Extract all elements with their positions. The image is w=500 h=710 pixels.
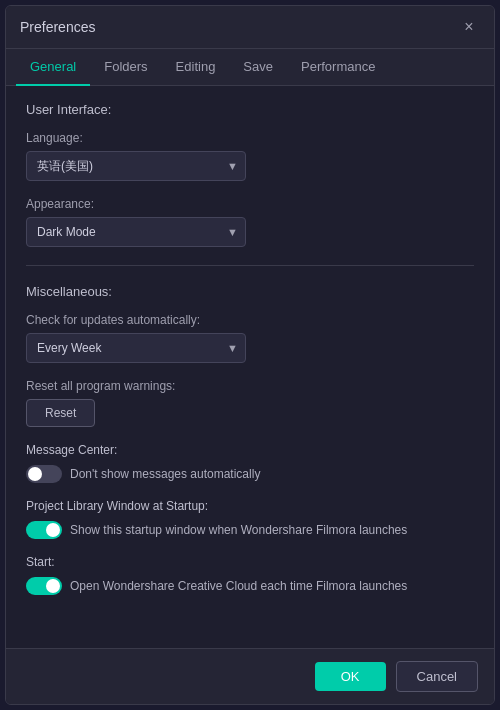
cancel-button[interactable]: Cancel — [396, 661, 478, 692]
start-toggle-row: Open Wondershare Creative Cloud each tim… — [26, 577, 474, 595]
appearance-select-wrapper: Dark Mode Light Mode System Default ▼ — [26, 217, 246, 247]
start-field-group: Start: Open Wondershare Creative Cloud e… — [26, 555, 474, 595]
message-center-field-group: Message Center: Don't show messages auto… — [26, 443, 474, 483]
appearance-select[interactable]: Dark Mode Light Mode System Default — [26, 217, 246, 247]
updates-select[interactable]: Every Week Every Day Every Month Never — [26, 333, 246, 363]
close-button[interactable]: × — [458, 16, 480, 38]
tab-general[interactable]: General — [16, 49, 90, 86]
language-select[interactable]: 英语(美国) 中文(简体) 中文(繁體) 日本語 한국어 — [26, 151, 246, 181]
tab-bar: General Folders Editing Save Performance — [6, 49, 494, 86]
updates-field-group: Check for updates automatically: Every W… — [26, 313, 474, 363]
message-toggle[interactable] — [26, 465, 62, 483]
project-library-toggle-thumb — [46, 523, 60, 537]
footer: OK Cancel — [6, 648, 494, 704]
language-field-group: Language: 英语(美国) 中文(简体) 中文(繁體) 日本語 한국어 ▼ — [26, 131, 474, 181]
reset-field-group: Reset all program warnings: Reset — [26, 379, 474, 427]
start-toggle[interactable] — [26, 577, 62, 595]
reset-button[interactable]: Reset — [26, 399, 95, 427]
tab-save[interactable]: Save — [229, 49, 287, 86]
updates-select-wrapper: Every Week Every Day Every Month Never ▼ — [26, 333, 246, 363]
message-toggle-thumb — [28, 467, 42, 481]
project-library-toggle[interactable] — [26, 521, 62, 539]
message-toggle-label: Don't show messages automatically — [70, 467, 260, 481]
section-divider-1 — [26, 265, 474, 266]
project-library-label: Project Library Window at Startup: — [26, 499, 474, 513]
miscellaneous-section-title: Miscellaneous: — [26, 284, 474, 299]
language-select-wrapper: 英语(美国) 中文(简体) 中文(繁體) 日本語 한국어 ▼ — [26, 151, 246, 181]
appearance-label: Appearance: — [26, 197, 474, 211]
dialog-title: Preferences — [20, 19, 95, 35]
start-toggle-label: Open Wondershare Creative Cloud each tim… — [70, 579, 407, 593]
content-area: User Interface: Language: 英语(美国) 中文(简体) … — [6, 86, 494, 648]
project-library-field-group: Project Library Window at Startup: Show … — [26, 499, 474, 539]
start-label: Start: — [26, 555, 474, 569]
ok-button[interactable]: OK — [315, 662, 386, 691]
title-bar: Preferences × — [6, 6, 494, 49]
user-interface-section-title: User Interface: — [26, 102, 474, 117]
updates-label: Check for updates automatically: — [26, 313, 474, 327]
tab-folders[interactable]: Folders — [90, 49, 161, 86]
tab-performance[interactable]: Performance — [287, 49, 389, 86]
appearance-field-group: Appearance: Dark Mode Light Mode System … — [26, 197, 474, 247]
language-label: Language: — [26, 131, 474, 145]
tab-editing[interactable]: Editing — [162, 49, 230, 86]
project-library-toggle-label: Show this startup window when Wondershar… — [70, 523, 407, 537]
preferences-dialog: Preferences × General Folders Editing Sa… — [5, 5, 495, 705]
message-toggle-row: Don't show messages automatically — [26, 465, 474, 483]
project-library-toggle-row: Show this startup window when Wondershar… — [26, 521, 474, 539]
start-toggle-thumb — [46, 579, 60, 593]
message-center-label: Message Center: — [26, 443, 474, 457]
reset-warnings-label: Reset all program warnings: — [26, 379, 474, 393]
